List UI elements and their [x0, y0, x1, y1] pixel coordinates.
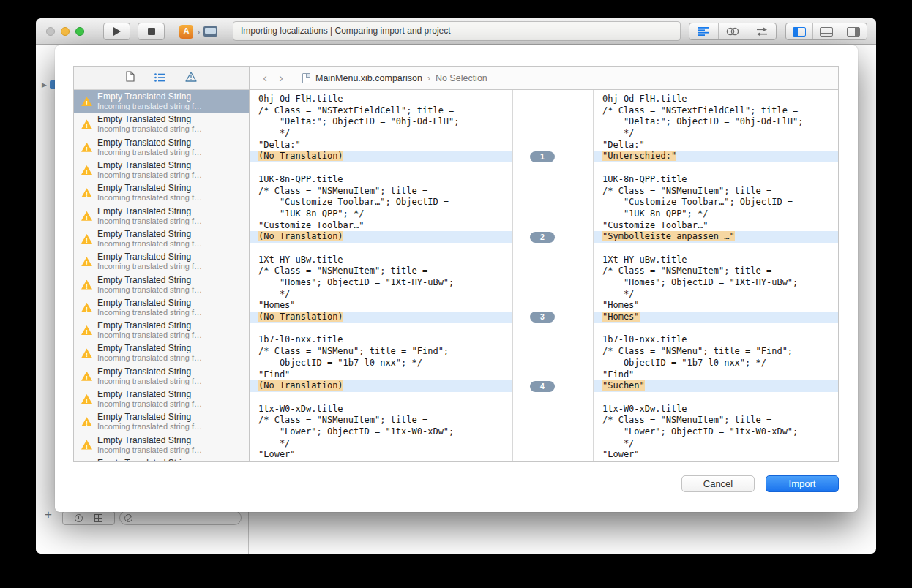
recent-files-icon[interactable] [75, 514, 83, 522]
code-line: "Find" [594, 369, 838, 381]
gutter-row [513, 449, 593, 461]
issue-title: Empty Translated String [97, 298, 202, 308]
code-line: /* Class = "NSMenu"; title = "Find"; [250, 346, 512, 358]
code-line [250, 243, 512, 255]
issue-subtitle: Incoming translated string f… [97, 445, 202, 455]
diff-change-badge[interactable]: 3 [530, 312, 555, 323]
issue-list-item[interactable]: Empty Translated StringIncoming translat… [74, 90, 249, 113]
sidebar-tab-bar [74, 67, 249, 90]
code-line [250, 162, 512, 174]
standard-editor-button[interactable] [689, 23, 718, 39]
issue-list-item[interactable]: Empty Translated StringIncoming translat… [74, 181, 249, 204]
comparison-container: Empty Translated StringIncoming translat… [73, 66, 839, 462]
changed-code-line: (No Translation) [250, 151, 512, 162]
add-button[interactable]: + [45, 508, 52, 522]
changed-token: "Homes" [602, 312, 640, 322]
jumpbar-file-name[interactable]: MainMenu.xib.comparison [315, 73, 422, 83]
inspector-panel-toggle[interactable] [840, 23, 867, 39]
issue-title: Empty Translated String [97, 114, 202, 124]
code-line: /* Class = "NSMenuItem"; title = [594, 415, 838, 426]
issue-list-item[interactable]: Empty Translated StringIncoming translat… [74, 365, 249, 388]
diff-change-badge[interactable]: 1 [530, 151, 555, 162]
issue-list-item[interactable]: Empty Translated StringIncoming translat… [74, 227, 249, 250]
warning-icon [81, 372, 92, 381]
code-line: 1tx-W0-xDw.title [250, 404, 512, 415]
issue-list-item[interactable]: Empty Translated StringIncoming translat… [74, 456, 249, 461]
disclosure-triangle-icon[interactable]: ▶ [42, 81, 47, 88]
code-line: ObjectID = "1b7-l0-nxx"; */ [250, 358, 512, 369]
issue-list-item[interactable]: Empty Translated StringIncoming translat… [74, 250, 249, 273]
issue-list-item[interactable]: Empty Translated StringIncoming translat… [74, 319, 249, 342]
issue-list-item[interactable]: Empty Translated StringIncoming translat… [74, 433, 249, 456]
flat-view-icon[interactable] [94, 514, 102, 522]
gutter-row [513, 300, 593, 312]
play-icon [113, 27, 121, 36]
forward-button[interactable]: › [273, 67, 289, 89]
issue-list-item[interactable]: Empty Translated StringIncoming translat… [74, 159, 249, 181]
issue-subtitle: Incoming translated string f… [97, 331, 202, 340]
issue-subtitle: Incoming translated string f… [97, 285, 202, 295]
gutter-row [513, 358, 593, 369]
issue-title: Empty Translated String [97, 252, 202, 262]
cancel-button[interactable]: Cancel [681, 475, 755, 492]
issue-title: Empty Translated String [97, 389, 202, 399]
diff-view[interactable]: 0hj-Od-FlH.title/* Class = "NSTextFieldC… [250, 90, 838, 461]
debug-area-toggle[interactable] [812, 23, 840, 39]
xcode-window: A › Importing localizations | Comparing … [36, 18, 876, 554]
jumpbar-selection[interactable]: No Selection [436, 73, 487, 83]
code-line: /* Class = "NSMenuItem"; title = [250, 415, 512, 426]
back-button[interactable]: ‹ [257, 67, 273, 89]
warnings-tab[interactable] [185, 72, 197, 85]
changed-code-line: "Unterschied:" [594, 151, 838, 162]
issue-list-item[interactable]: Empty Translated StringIncoming translat… [74, 342, 249, 364]
code-line [594, 162, 838, 174]
issue-subtitle: Incoming translated string f… [97, 353, 202, 363]
minimize-button[interactable] [61, 27, 70, 36]
issue-list-item[interactable]: Empty Translated StringIncoming translat… [74, 113, 249, 135]
close-button[interactable] [46, 27, 55, 36]
navigator-panel-toggle[interactable] [786, 23, 812, 39]
warning-icon [81, 394, 92, 404]
issue-subtitle: Incoming translated string f… [97, 308, 202, 317]
import-localization-sheet: Empty Translated StringIncoming translat… [55, 45, 858, 512]
code-line: "Customize Toolbar…" [250, 220, 512, 232]
issue-list-item[interactable]: Empty Translated StringIncoming translat… [74, 136, 249, 159]
comparison-main: ‹ › MainMenu.xib.comparison › No Selecti… [250, 67, 838, 461]
issue-list-item[interactable]: Empty Translated StringIncoming translat… [74, 388, 249, 410]
run-button[interactable] [103, 23, 130, 40]
issue-subtitle: Incoming translated string f… [97, 216, 202, 226]
list-tab[interactable] [154, 72, 165, 85]
changed-code-line: (No Translation) [250, 231, 512, 243]
document-icon [126, 71, 135, 82]
gutter-row [513, 404, 593, 415]
issue-subtitle: Incoming translated string f… [97, 102, 202, 111]
gutter-row [513, 392, 593, 404]
issue-title: Empty Translated String [97, 343, 202, 353]
diff-change-badge[interactable]: 4 [530, 381, 555, 392]
assistant-editor-button[interactable] [718, 23, 747, 39]
warning-icon [81, 211, 92, 221]
issue-list-item[interactable]: Empty Translated StringIncoming translat… [74, 296, 249, 319]
gutter-row [513, 265, 593, 277]
file-tab[interactable] [126, 71, 135, 85]
code-line: 1UK-8n-QPP.title [594, 174, 838, 186]
zoom-button[interactable] [75, 27, 84, 36]
scheme-selector[interactable]: A › [179, 24, 217, 39]
version-editor-button[interactable] [747, 23, 776, 39]
issue-list-item[interactable]: Empty Translated StringIncoming translat… [74, 273, 249, 295]
gutter-row [513, 208, 593, 220]
issue-title: Empty Translated String [97, 229, 202, 239]
screenshot-stage: A › Importing localizations | Comparing … [0, 0, 912, 588]
import-button[interactable]: Import [766, 475, 839, 492]
stop-button[interactable] [138, 23, 165, 40]
issue-list[interactable]: Empty Translated StringIncoming translat… [74, 90, 249, 461]
filter-field[interactable] [119, 510, 242, 525]
code-line: */ [594, 128, 838, 140]
diff-change-badge[interactable]: 2 [530, 232, 555, 243]
issue-list-item[interactable]: Empty Translated StringIncoming translat… [74, 410, 249, 433]
issue-list-item[interactable]: Empty Translated StringIncoming translat… [74, 204, 249, 227]
issue-subtitle: Incoming translated string f… [97, 124, 202, 134]
version-editor-icon [756, 27, 768, 37]
issue-title: Empty Translated String [97, 366, 202, 377]
issue-title: Empty Translated String [97, 435, 202, 445]
